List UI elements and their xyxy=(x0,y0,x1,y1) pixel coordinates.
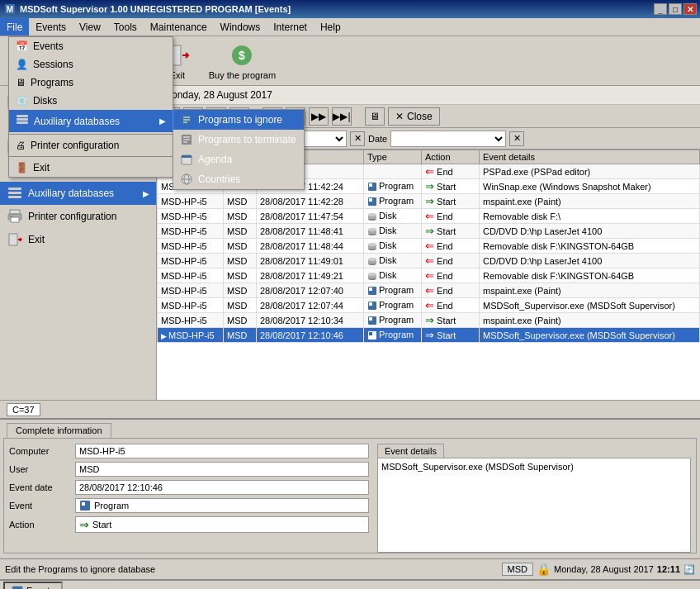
detail-content: MSDSoft_Supervisor.exe (MSDSoft Supervis… xyxy=(377,458,691,553)
cell-details: MSDSoft_Supervisor.exe (MSDSoft Supervis… xyxy=(480,298,700,313)
dropdown-printer[interactable]: 🖨 Printer configuration xyxy=(9,136,173,154)
info-user-row: User MSD xyxy=(9,462,369,477)
menu-internet[interactable]: Internet xyxy=(267,18,314,36)
submenu-programs-terminate[interactable]: Programs to terminate xyxy=(173,130,304,150)
events-menu-icon: 📅 xyxy=(16,40,28,52)
menu-separator xyxy=(9,134,173,135)
close-button[interactable]: ✕ Close xyxy=(388,107,440,126)
cell-details: MSDSoft_Supervisor.exe (MSDSoft Supervis… xyxy=(480,328,700,343)
menu-maintenance[interactable]: Maintenance xyxy=(144,18,214,36)
svg-rect-76 xyxy=(17,118,28,121)
minimize-button[interactable]: _ xyxy=(654,3,667,15)
info-action-row: Action ⇒ Start xyxy=(9,516,369,533)
dropdown-aux-dbs[interactable]: Auxiliary databases ▶ Progr xyxy=(9,110,173,132)
datebar: Monday, 28 August 2017 xyxy=(157,86,700,105)
menu-view[interactable]: View xyxy=(73,18,107,36)
close-button[interactable]: ✕ xyxy=(683,3,697,15)
status-right: MSD 🔒 Monday, 28 August 2017 12:11 🔄 xyxy=(502,563,695,576)
cell-date: 28/08/2017 11:49:21 xyxy=(257,268,364,283)
dropdown-disks[interactable]: 💿 Disks xyxy=(9,92,173,110)
aux-dbs-sidebar-icon xyxy=(7,185,23,202)
action-label: Action xyxy=(9,520,75,530)
user-filter-clear[interactable]: ✕ xyxy=(350,131,365,146)
detail-tab[interactable]: Event details xyxy=(377,444,444,458)
svg-rect-38 xyxy=(10,210,20,214)
sidebar-item-aux-dbs[interactable]: Auxiliary databases ▶ xyxy=(0,182,156,205)
maximize-button[interactable]: □ xyxy=(669,3,682,15)
toolbar-buy-button[interactable]: $ Buy the program xyxy=(201,38,283,84)
menu-tools[interactable]: Tools xyxy=(107,18,144,36)
svg-point-56 xyxy=(368,243,376,246)
user-label: User xyxy=(9,464,75,474)
programs-terminate-icon xyxy=(180,133,193,146)
svg-rect-42 xyxy=(9,234,17,245)
cell-user: MSD xyxy=(224,224,257,239)
cell-details: mspaint.exe (Paint) xyxy=(480,283,700,298)
close-icon: ✕ xyxy=(395,111,404,122)
sidebar-item-printer[interactable]: Printer configuration xyxy=(0,205,156,228)
dropdown-events[interactable]: 📅 Events xyxy=(9,37,173,55)
date-filter-clear[interactable]: ✕ xyxy=(509,131,524,146)
svg-text:$: $ xyxy=(239,49,246,62)
table-row[interactable]: MSD-HP-i5 MSD 28/08/2017 11:42:28 Progra… xyxy=(158,194,700,209)
svg-point-50 xyxy=(368,213,376,216)
complete-info-tab[interactable]: Complete information xyxy=(7,423,111,438)
table-row[interactable]: MSD-HP-i5 MSD 28/08/2017 12:07:40 Progra… xyxy=(158,283,700,298)
svg-rect-64 xyxy=(369,287,372,291)
cell-action: ⇒ Start xyxy=(422,328,480,343)
table-row[interactable]: MSD-HP-i5 MSD 28/08/2017 11:49:01 Disk ⇐… xyxy=(158,254,700,268)
cell-details: Removable disk F:\KINGSTON-64GB xyxy=(480,268,700,283)
taskbar-events-button[interactable]: Events xyxy=(3,582,63,590)
aux-dbs-arrow-icon: ▶ xyxy=(143,189,149,198)
svg-rect-66 xyxy=(369,302,372,306)
cell-date: 28/08/2017 11:48:41 xyxy=(257,224,364,239)
cell-date: 28/08/2017 11:47:54 xyxy=(257,209,364,224)
submenu-countries[interactable]: Countries xyxy=(173,169,304,189)
cell-computer: ▶MSD-HP-i5 xyxy=(158,328,224,343)
table-row[interactable]: MSD-HP-i5 MSD 28/08/2017 11:48:41 Disk ⇒… xyxy=(158,224,700,239)
menu-events[interactable]: Events xyxy=(29,18,73,36)
refresh-icon[interactable]: 🔄 xyxy=(683,564,695,575)
date-filter-select[interactable] xyxy=(390,131,506,147)
table-row[interactable]: MSD-HP-i5 MSD 28/08/2017 11:48:44 Disk ⇐… xyxy=(158,239,700,254)
cell-type: Program xyxy=(364,179,422,194)
menu-windows[interactable]: Windows xyxy=(214,18,267,36)
nav-last-button[interactable]: ▶▶| xyxy=(332,107,352,126)
lock-icon: 🔒 xyxy=(537,563,551,576)
exit-menu-icon: 🚪 xyxy=(16,162,28,173)
submenu-agenda[interactable]: Agenda xyxy=(173,150,304,169)
nav-next-button[interactable]: ▶▶ xyxy=(309,107,329,126)
svg-rect-87 xyxy=(182,155,192,158)
event-date-value: 28/08/2017 12:10:46 xyxy=(75,480,369,495)
info-computer-row: Computer MSD-HP-i5 xyxy=(9,444,369,458)
submenu-programs-ignore[interactable]: Programs to ignore xyxy=(173,110,304,130)
submenu-arrow-icon: ▶ xyxy=(159,116,166,126)
date-filter-label: Date xyxy=(368,134,387,144)
cell-user: MSD xyxy=(224,209,257,224)
cell-type: Program xyxy=(364,328,422,343)
dropdown-programs[interactable]: 🖥 Programs xyxy=(9,74,173,92)
sidebar-item-exit[interactable]: Exit xyxy=(0,228,156,251)
window-controls[interactable]: _ □ ✕ xyxy=(654,3,697,15)
cell-computer: MSD-HP-i5 xyxy=(158,313,224,328)
table-row[interactable]: ▶MSD-HP-i5 MSD 28/08/2017 12:10:46 Progr… xyxy=(158,328,700,343)
count-label: C=37 xyxy=(7,403,40,416)
nav-monitor-button[interactable]: 🖥 xyxy=(365,107,385,126)
dropdown-sessions[interactable]: 👤 Sessions xyxy=(9,55,173,74)
dropdown-exit[interactable]: 🚪 Exit xyxy=(9,159,173,177)
agenda-icon xyxy=(180,153,193,166)
cell-computer: MSD-HP-i5 xyxy=(158,268,224,283)
cell-details: mspaint.exe (Paint) xyxy=(480,313,700,328)
cell-details: CD/DVD D:\hp LaserJet 4100 xyxy=(480,254,700,268)
table-row[interactable]: MSD-HP-i5 MSD 28/08/2017 11:49:21 Disk ⇐… xyxy=(158,268,700,283)
cell-details: Removable disk F:\ xyxy=(480,209,700,224)
svg-rect-37 xyxy=(8,196,21,198)
menu-help[interactable]: Help xyxy=(314,18,348,36)
table-row[interactable]: MSD-HP-i5 MSD 28/08/2017 12:10:34 Progra… xyxy=(158,313,700,328)
menu-file[interactable]: File xyxy=(0,18,29,36)
table-row[interactable]: MSD-HP-i5 MSD 28/08/2017 12:07:44 Progra… xyxy=(158,298,700,313)
cell-computer: MSD-HP-i5 xyxy=(158,298,224,313)
table-row[interactable]: MSD-HP-i5 MSD 28/08/2017 11:47:54 Disk ⇐… xyxy=(158,209,700,224)
cell-date: 28/08/2017 11:49:01 xyxy=(257,254,364,268)
programs-ignore-icon xyxy=(180,113,193,126)
